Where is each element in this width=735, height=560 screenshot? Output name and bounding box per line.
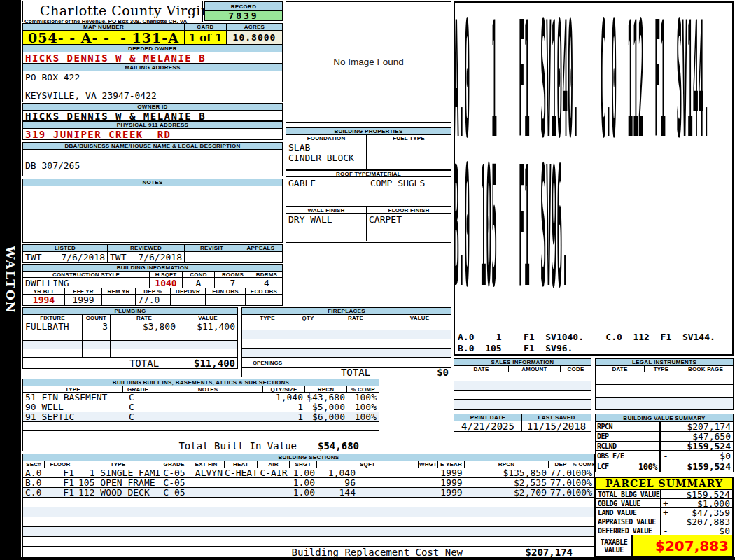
fireplaces-total-row: TOTAL $0 xyxy=(242,368,451,377)
dba-value: DB 307/265 xyxy=(25,160,80,171)
bi-comp: 100% xyxy=(347,402,379,412)
review-block: LISTED REVIEWED REVISIT APPEALS TWT7/6/2… xyxy=(22,244,283,263)
cond-value: A xyxy=(183,278,215,288)
reviewed-date: 7/6/2018 xyxy=(138,252,182,262)
bs-heat-col: HEAT xyxy=(225,461,258,468)
sales-empty-row xyxy=(454,400,591,410)
fireplaces-title: FIREPLACES xyxy=(242,308,451,315)
reviewed-by: TWT xyxy=(110,252,126,262)
bi-grade: C xyxy=(123,393,153,402)
deeded-owner-label: DEEDED OWNER xyxy=(23,46,282,52)
building-value-summary: BUILDING VALUE SUMMARY RPCN $207,174 DEP… xyxy=(595,414,734,472)
fireplaces-openings-row: OPENINGS xyxy=(242,358,451,368)
fireplaces-empty-row xyxy=(242,340,451,349)
built-ins-total-row: Total Built In Value $54,680 xyxy=(23,440,379,451)
openings-label: OPENINGS xyxy=(242,358,293,368)
bs-sec: B.0 xyxy=(23,478,45,487)
fireplaces-empty-row xyxy=(242,349,451,358)
county-header: Charlotte County Virginia Commissioner o… xyxy=(22,1,203,22)
bi-comp-col-header: % COMP xyxy=(347,386,379,392)
building-properties-title: BUILDING PROPERTIES xyxy=(286,128,451,135)
building-section-empty-row xyxy=(23,537,594,547)
legal-empty-row xyxy=(596,385,733,398)
fireplaces-empty-row xyxy=(242,330,451,340)
plumbing-rate: $3,800 xyxy=(111,321,178,332)
physical-address-block: PHYSICAL 911 ADDRESS 319 JUNIPER CREEK R… xyxy=(22,121,283,140)
sales-empty-row xyxy=(454,372,591,382)
bs-comp-col: % COMP xyxy=(573,461,594,468)
bs-extfin: ALVYN xyxy=(188,468,225,477)
listed-date: 7/6/2018 xyxy=(61,252,105,262)
fireplaces-empty-row xyxy=(242,321,451,330)
rate-col-header: RATE xyxy=(111,315,178,321)
remyr-label: REM YR xyxy=(102,288,136,294)
parcel-summary-title: PARCEL SUMMARY xyxy=(596,478,732,490)
bi-comp: 100% xyxy=(347,412,379,421)
bs-dep-col: DEP xyxy=(549,461,573,468)
remyr-value xyxy=(102,295,136,305)
roof-type-value: GABLE xyxy=(288,178,316,188)
fireplaces-total-label: TOTAL xyxy=(323,368,388,377)
no-image-text: No Image Found xyxy=(333,57,404,67)
bs-sec-col: SEC# xyxy=(23,461,45,468)
wall-finish-value: DRY WALL xyxy=(286,214,367,241)
bvs-value: $47,650 xyxy=(671,432,733,441)
bi-grade: C xyxy=(123,412,153,421)
depovr-label: DEPOVR xyxy=(171,288,206,294)
bi-rpcn-col-header: RPCN xyxy=(305,386,347,392)
roof-material-value: COMP SHGLS xyxy=(370,178,425,188)
county-title: Charlotte County Virginia xyxy=(23,1,202,18)
bvs-value: $159,524 xyxy=(671,442,733,450)
parcel-row: APPRAISED VALUE $207,883 xyxy=(596,517,732,526)
legal-empty-row xyxy=(596,398,733,410)
bs-air xyxy=(258,478,290,487)
built-ins-title: BUILDING BUILT INS, BASEMENTS, ATTICS & … xyxy=(23,379,379,386)
funobs-label: FUN OBS xyxy=(206,288,246,294)
bvs-label: RPCN xyxy=(597,423,612,430)
effyr-label: EFF YR xyxy=(65,288,102,294)
owner-id-block: OWNER ID HICKS DENNIS W & MELANIE B xyxy=(22,103,283,121)
parcel-value: $207,883 xyxy=(670,517,732,526)
bs-air xyxy=(258,488,290,497)
bi-notes xyxy=(153,402,263,412)
bi-type: 90 WELL xyxy=(23,402,123,412)
fp-qty-col-header: QTY xyxy=(293,315,323,321)
building-sections-title: BUILDING SECTIONS xyxy=(23,454,594,461)
plumbing-title: PLUMBING xyxy=(23,308,237,315)
print-info-block: PRINT DATE LAST SAVED 4/21/2025 11/15/20… xyxy=(454,414,592,432)
sketch-panel: A.0 1 F1 SV1040. C.0 112 F1 SV144. B.0 1… xyxy=(454,1,734,356)
parcel-summary: PARCEL SUMMARY TOTAL BLDG VALUE $159,524… xyxy=(595,477,734,558)
taxable-value-label: TAXABLE VALUE xyxy=(596,536,633,556)
bi-qty: 1 xyxy=(263,402,305,412)
sales-info-table: SALES INFORMATION DATE AMOUNT CODE xyxy=(454,358,592,410)
bs-grade: C-05 xyxy=(160,468,188,477)
notes-label: NOTES xyxy=(23,179,282,186)
bvs-title: BUILDING VALUE SUMMARY xyxy=(596,414,733,422)
plumbing-total-row: TOTAL $11,400 xyxy=(23,358,237,368)
legal-date-col: DATE xyxy=(596,366,645,372)
plumbing-count: 3 xyxy=(83,321,111,332)
parcel-value: $1,000 xyxy=(670,499,732,507)
map-number-block: MAP NUMBER CARD ACRES 054- - A- - - 131-… xyxy=(22,23,283,45)
notes-block: NOTES xyxy=(22,178,283,243)
fixture-col-header: FIXTURE xyxy=(23,315,83,321)
listed-label: LISTED xyxy=(23,245,108,251)
building-section-row: C.0 F1 112 WOOD DECK C-05 1.00 144 1999 … xyxy=(23,488,594,498)
parcel-op: + xyxy=(661,508,670,517)
acres-label: ACRES xyxy=(227,24,282,30)
yrblt-value: 1994 xyxy=(23,295,65,305)
ecoobs-label: ECO OBS xyxy=(246,288,282,294)
floor-finish-label: FLOOR FINISH xyxy=(367,207,451,213)
roof-type-label: ROOF TYPE/MATERIAL xyxy=(286,171,451,176)
bs-air-col: AIR xyxy=(258,461,290,468)
bi-type-col-header: TYPE xyxy=(23,386,123,392)
bs-dep: 77.0 xyxy=(549,478,573,487)
legal-instruments-title: LEGAL INSTRUMENTS xyxy=(596,359,733,366)
ecoobs-value xyxy=(246,295,282,305)
bs-sqft-col: SQFT xyxy=(317,461,419,468)
rooms-value: 7 xyxy=(215,278,251,288)
built-ins-row: 91 SEPTIC C 1 $6,000 100% xyxy=(23,412,379,422)
bs-heat: C-HEAT xyxy=(225,468,258,477)
bi-notes xyxy=(153,393,263,402)
revisit-label: REVISIT xyxy=(185,245,239,251)
